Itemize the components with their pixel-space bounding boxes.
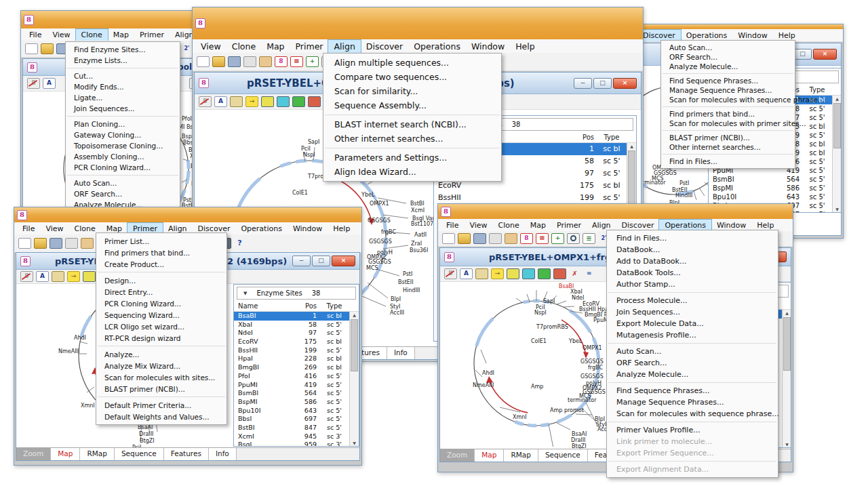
- menu-item[interactable]: Primer List...: [96, 235, 226, 247]
- scroll-up-icon[interactable]: ▲: [833, 96, 841, 101]
- open-icon[interactable]: [212, 56, 225, 67]
- menu[interactable]: Window: [711, 220, 751, 231]
- EcoRV[interactable]: EcoRV175sc bl: [234, 338, 349, 346]
- minimize-button[interactable]: −: [574, 78, 592, 89]
- menu[interactable]: View: [195, 40, 226, 53]
- XcmI[interactable]: XcmI945sc 3': [234, 432, 349, 441]
- menu[interactable]: File: [24, 29, 47, 41]
- scroll-up-icon[interactable]: ▲: [350, 312, 359, 317]
- menu-item[interactable]: Design...: [96, 274, 226, 286]
- menu-item[interactable]: Cut...: [66, 70, 180, 81]
- BsmBI[interactable]: BsmBI564sc 5': [234, 389, 349, 398]
- scrollbar-thumb[interactable]: [351, 319, 358, 371]
- table-header[interactable]: Name Pos Type: [234, 301, 359, 312]
- report-icon[interactable]: ▦: [290, 56, 303, 67]
- menu-item[interactable]: [67, 68, 178, 68]
- menu-item[interactable]: [663, 73, 793, 74]
- view-tab[interactable]: Features: [164, 448, 209, 460]
- menu-item[interactable]: Primer Values Profile...: [607, 424, 778, 436]
- export-icon[interactable]: [230, 96, 243, 107]
- menu-item[interactable]: Find primers that bind...: [96, 247, 226, 258]
- app-titlebar[interactable]: 8: [14, 207, 361, 223]
- menu-item[interactable]: Join Sequences...: [66, 103, 180, 114]
- menu[interactable]: Help: [773, 30, 801, 41]
- menu-item[interactable]: Find Sequence Phrases...: [661, 76, 795, 85]
- menu[interactable]: File: [441, 220, 464, 231]
- close-button[interactable]: ×: [332, 256, 355, 266]
- menu-item[interactable]: Topoisomerase Cloning...: [66, 140, 180, 151]
- menu-item[interactable]: BLAST primer (NCBI)...: [96, 383, 226, 394]
- open-icon[interactable]: [41, 43, 54, 54]
- print-icon[interactable]: [489, 233, 502, 244]
- enzyme-sites-icon[interactable]: 8: [520, 233, 533, 244]
- menu-item[interactable]: Scan for molecules with sites...: [96, 371, 226, 383]
- enzyme-sites-icon[interactable]: 8: [275, 56, 288, 67]
- app-titlebar[interactable]: 8: [193, 7, 643, 40]
- new-icon[interactable]: [442, 233, 455, 244]
- menu[interactable]: Help: [328, 223, 355, 235]
- menu-item[interactable]: Scan for molecules with primer sites...: [661, 119, 795, 128]
- features-view-icon[interactable]: [553, 268, 566, 279]
- export-icon[interactable]: [52, 271, 64, 282]
- enzyme-panel-header[interactable]: ▼ Enzyme Sites 38: [237, 287, 356, 300]
- menu-item[interactable]: Parameters and Settings...: [323, 150, 501, 165]
- menu[interactable]: Align: [587, 220, 616, 231]
- sequence-view-icon[interactable]: [292, 96, 305, 107]
- menu-item[interactable]: Default Primer Criteria...: [96, 399, 226, 411]
- map-view-icon[interactable]: [83, 271, 96, 282]
- maximize-button[interactable]: □: [793, 49, 812, 60]
- scroll-down-icon[interactable]: ▼: [350, 441, 359, 445]
- menu-item[interactable]: Default Weights and Values...: [96, 411, 226, 422]
- menu-item[interactable]: [98, 346, 225, 346]
- menu-item[interactable]: Manage Sequence Phrases...: [661, 85, 795, 95]
- map-view-icon[interactable]: [507, 268, 519, 279]
- edit-molecule-icon[interactable]: A: [43, 78, 56, 89]
- menu[interactable]: Help: [751, 220, 779, 231]
- menu-item[interactable]: [608, 382, 776, 383]
- menu-item[interactable]: Create Product...: [96, 258, 226, 270]
- view-tab[interactable]: Info: [387, 347, 415, 359]
- hide-sites-icon[interactable]: 8: [20, 271, 33, 282]
- menu-item[interactable]: [663, 130, 793, 131]
- menu-item[interactable]: Gateway Cloning...: [66, 129, 180, 140]
- scroll-up-icon[interactable]: ▲: [627, 144, 636, 148]
- menu-item[interactable]: [608, 343, 776, 344]
- edit-molecule-icon[interactable]: A: [36, 271, 49, 282]
- menu-item[interactable]: RT-PCR design wizard: [96, 332, 226, 344]
- menu-item[interactable]: ORF Search...: [661, 52, 795, 62]
- edit-molecule-icon[interactable]: A: [214, 96, 227, 107]
- menu[interactable]: Operations: [235, 223, 287, 235]
- menu-item[interactable]: [325, 148, 500, 148]
- sequence-view-icon[interactable]: [538, 268, 551, 279]
- menu-item[interactable]: Find primers that bind...: [661, 109, 795, 119]
- menu[interactable]: Window: [288, 223, 328, 235]
- menu-item[interactable]: Mutagenesis Profile...: [607, 329, 778, 341]
- maximize-button[interactable]: □: [593, 78, 612, 89]
- menu[interactable]: Primer: [290, 40, 329, 53]
- report-icon[interactable]: ▦: [536, 233, 549, 244]
- scrollbar-thumb[interactable]: [783, 317, 791, 371]
- menu[interactable]: Primer: [551, 220, 587, 231]
- menu-item[interactable]: [663, 106, 793, 107]
- PfoI[interactable]: PfoI416sc 5': [234, 372, 349, 381]
- menu-item[interactable]: DataBook...: [607, 244, 778, 256]
- table-scrollbar[interactable]: ▲ ▼: [349, 312, 359, 446]
- menu-item[interactable]: Link primer to molecule...: [607, 436, 778, 447]
- open-icon[interactable]: [34, 238, 47, 249]
- menu-item[interactable]: Ligate...: [66, 92, 180, 103]
- menu-item[interactable]: Export Primer Sequence...: [607, 447, 778, 459]
- menu[interactable]: Map: [525, 220, 551, 231]
- collapse-icon[interactable]: ▼: [243, 291, 247, 296]
- menu[interactable]: Help: [510, 40, 540, 53]
- menu-item[interactable]: Analyze Mix Wizard...: [96, 360, 226, 371]
- menu[interactable]: Operations: [408, 40, 466, 53]
- menu-item[interactable]: Assembly Cloning...: [66, 151, 180, 162]
- save-icon[interactable]: [50, 238, 62, 249]
- print-icon[interactable]: [65, 238, 78, 249]
- menu[interactable]: Operations: [659, 220, 711, 231]
- menu-item[interactable]: Sequence Assembly...: [323, 98, 501, 113]
- add-graphic-icon[interactable]: +: [551, 233, 564, 244]
- app-titlebar[interactable]: 8: [438, 204, 793, 220]
- menu[interactable]: Clone: [493, 220, 525, 231]
- menu-item[interactable]: Other internet searches...: [661, 142, 795, 152]
